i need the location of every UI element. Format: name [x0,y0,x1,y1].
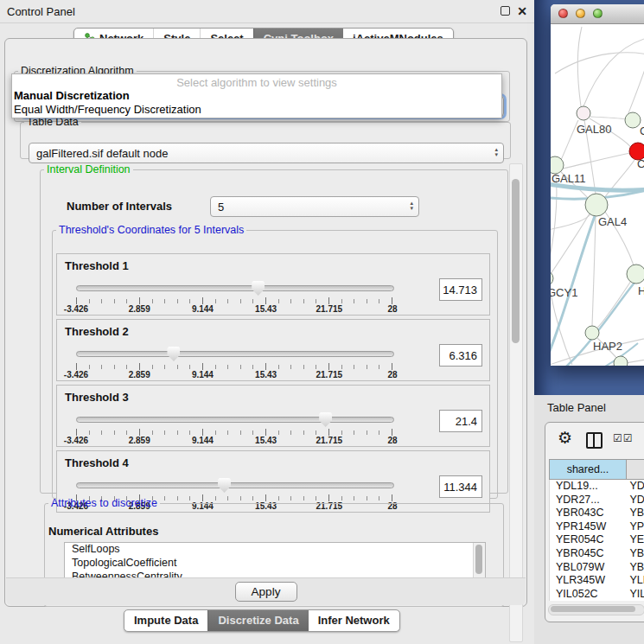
cell-shared-name[interactable]: YDL19... [550,480,627,494]
node-label: GCY1 [551,286,577,299]
scrollbar-thumb[interactable] [551,606,635,612]
network-node[interactable] [625,112,641,128]
node-label: GA [640,124,644,137]
slider-track[interactable] [76,285,394,291]
threshold-value-input[interactable] [439,410,482,432]
table-row[interactable]: YDL19... YDL1 [550,480,644,494]
panel-title: Control Panel [7,5,75,18]
cell-name[interactable]: YBL0 [627,561,644,575]
table-row[interactable]: YIL052C YIL0 [550,588,644,601]
tab-impute-data[interactable]: Impute Data [124,610,207,631]
number-of-intervals-combo[interactable]: 5 ▴▾ [210,196,419,217]
dropdown-item-equal-width-frequency[interactable]: Equal Width/Frequency Discretization [12,103,501,117]
network-node[interactable] [577,106,590,120]
table-data-group: Table Data galFiltered.sif default node … [20,116,511,159]
apply-button[interactable]: Apply [235,582,297,602]
network-canvas[interactable]: GAL80GACGAL11GAL4GCY1HHAP2 [551,23,644,366]
attribute-list-item[interactable]: TopologicalCoefficient [65,557,485,571]
dropdown-item-manual-discretization[interactable]: Manual Discretization [12,89,501,103]
tick-label: 21.715 [316,436,343,445]
cell-name[interactable]: YBR0 [627,547,644,561]
threshold-row: Threshold 1 -3.4262.8599.14415.4321.7152… [56,253,490,316]
slider-major-ticks [76,429,392,436]
float-icon[interactable] [501,6,510,16]
apply-strip: Apply [6,577,526,605]
close-icon[interactable]: ✕ [517,6,527,16]
cell-shared-name[interactable]: YBR043C [550,507,627,520]
group-title: Threshold's Coordinates for 5 Intervals [56,224,246,236]
cell-name[interactable]: YIL0 [627,588,644,601]
slider-tick-labels: -3.4262.8599.14415.4321.71528 [76,370,392,380]
table-row[interactable]: YBR045C YBR0 [550,547,644,561]
slider-thumb[interactable] [218,478,231,493]
control-panel-titlebar: Control Panel ✕ [0,0,534,23]
slider-track[interactable] [76,351,394,357]
network-node[interactable] [551,156,564,174]
threshold-row: Threshold 2 -3.4262.8599.14415.4321.7152… [56,319,490,381]
dropdown-prompt: Select algorithm to view settings [12,74,501,89]
attribute-list-item[interactable]: SelfLoops [65,543,485,557]
table-row[interactable]: YDR27... YDR2 [550,494,644,507]
cell-name[interactable]: YER0 [627,533,644,547]
tick-label: 2.859 [129,436,150,445]
table-row[interactable]: YER054C YER0 [550,533,644,547]
traffic-light-minimize-icon[interactable] [576,9,585,18]
cell-name[interactable]: YLR3 [627,574,644,588]
network-window-titlebar[interactable] [551,4,644,24]
panel-scrollbar[interactable] [509,163,523,642]
node-label: C [637,157,644,170]
network-node[interactable] [585,326,599,340]
column-header-shared-name[interactable]: shared... [549,459,627,480]
slider-thumb[interactable] [252,281,265,296]
traffic-light-zoom-icon[interactable] [593,9,603,18]
scrollbar-thumb[interactable] [512,179,520,343]
split-columns-icon[interactable] [586,432,603,449]
thresholds-group: Threshold's Coordinates for 5 Intervals … [52,224,498,499]
cell-shared-name[interactable]: YDR27... [550,494,627,507]
cell-shared-name[interactable]: YBL079W [550,561,627,575]
table-row[interactable]: YBL079W YBL0 [550,561,644,575]
threshold-slider[interactable]: -3.4262.8599.14415.4321.71528 [76,411,392,446]
network-window[interactable]: GAL80GACGAL11GAL4GCY1HHAP2 [551,4,644,366]
tab-infer-network[interactable]: Infer Network [309,610,399,631]
table-row[interactable]: YPR145W YPR1 [550,520,644,534]
threshold-value-input[interactable] [439,278,482,301]
cell-name[interactable]: YPR1 [627,520,644,534]
threshold-value-input[interactable] [439,475,482,498]
algorithm-dropdown-popup: Select algorithm to view settings Manual… [11,73,502,118]
table-horizontal-scrollbar[interactable] [548,604,644,615]
table-panel: Table Panel ⚙ ☑☑ shared... na YDL19... Y… [534,395,644,644]
cell-shared-name[interactable]: YIL052C [550,588,627,601]
cell-shared-name[interactable]: YPR145W [550,520,627,534]
threshold-value-input[interactable] [439,344,482,367]
checkbox-icons[interactable]: ☑☑ [613,432,634,444]
table-data-combo[interactable]: galFiltered.sif default node ▴▾ [29,143,504,163]
cell-name[interactable]: YDL1 [627,480,644,494]
slider-track[interactable] [76,482,394,488]
traffic-light-close-icon[interactable] [558,9,568,18]
tick-label: 15.43 [255,436,277,445]
cell-shared-name[interactable]: YER054C [550,533,627,547]
cell-shared-name[interactable]: YLR345W [550,574,627,588]
table-row[interactable]: YBR043C YBR0 [550,507,644,520]
tab-discretize-data[interactable]: Discretize Data [207,610,308,631]
threshold-slider[interactable]: -3.4262.8599.14415.4321.71528 [76,346,392,380]
slider-thumb[interactable] [319,412,332,427]
combo-stepper-icon: ▴▾ [494,147,498,157]
tick-label: 9.144 [192,370,214,379]
network-node[interactable] [627,265,644,284]
network-node[interactable] [614,356,628,366]
slider-thumb[interactable] [167,347,180,361]
scrollbar-thumb[interactable] [475,545,482,574]
cell-shared-name[interactable]: YBR045C [550,547,627,561]
cell-name[interactable]: YDR2 [627,494,644,507]
slider-track[interactable] [76,417,394,423]
column-header-name[interactable]: na [627,459,644,480]
network-node[interactable] [585,194,608,216]
cell-name[interactable]: YBR0 [627,507,644,520]
threshold-slider[interactable]: -3.4262.8599.14415.4321.71528 [76,280,392,315]
combo-stepper-icon: ▴▾ [410,201,413,211]
gear-icon[interactable]: ⚙ [558,428,572,448]
table-row[interactable]: YLR345W YLR3 [550,574,644,588]
node-label: H [638,284,644,297]
